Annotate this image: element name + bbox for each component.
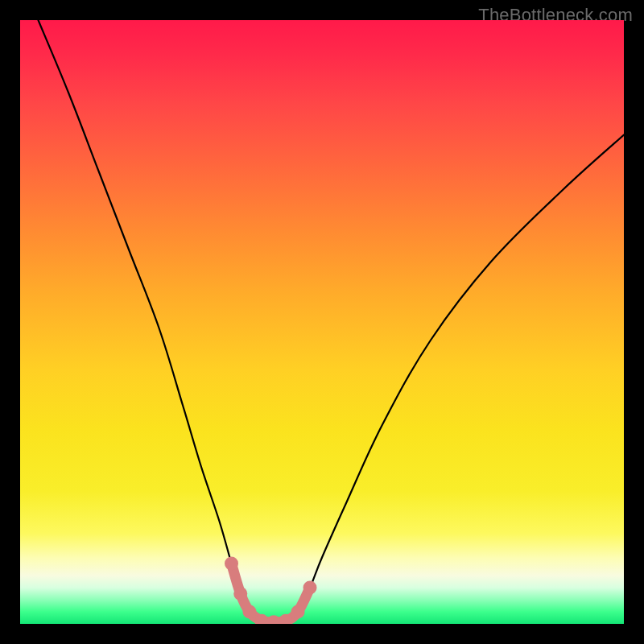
optimal-zone-dot bbox=[243, 605, 257, 619]
chart-frame: TheBottleneck.com bbox=[0, 0, 644, 644]
plot-area bbox=[20, 20, 624, 624]
optimal-zone-dot bbox=[233, 587, 247, 601]
optimal-zone-dot bbox=[225, 557, 238, 571]
bottleneck-curve-line bbox=[39, 20, 625, 622]
optimal-zone-dot bbox=[267, 615, 281, 624]
optimal-zone-dot bbox=[303, 581, 317, 595]
curve-overlay bbox=[20, 20, 624, 624]
optimal-zone-dots bbox=[225, 557, 317, 625]
optimal-zone-dot bbox=[291, 605, 305, 619]
